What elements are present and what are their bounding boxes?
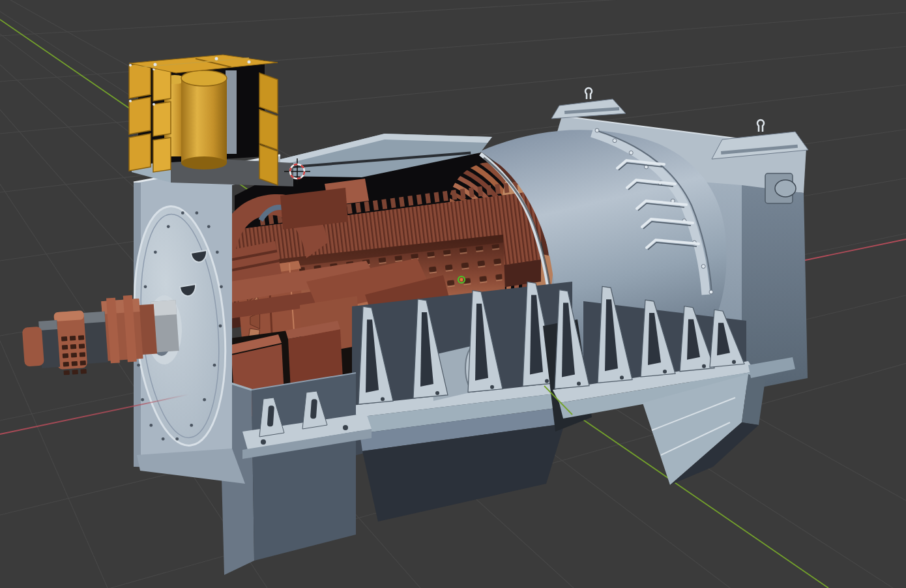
terminal-panel [153, 102, 171, 136]
disc-bolt [175, 437, 179, 441]
terminal-panel [259, 110, 278, 150]
vent-slot [72, 361, 78, 366]
disc-bolt [162, 437, 165, 441]
disc-bolt [141, 398, 144, 402]
vent-slot [80, 360, 86, 366]
side-port[interactable] [765, 173, 796, 203]
disc-bolt [203, 398, 206, 402]
vent-slot [78, 335, 84, 340]
gusset-bolt [381, 397, 385, 401]
vent-slot [72, 370, 78, 375]
vent-slot [80, 352, 85, 357]
disc-bolt [181, 211, 184, 214]
disc-bolt [190, 424, 193, 427]
vent-slot [70, 344, 76, 349]
disc-bolt [207, 225, 211, 228]
disc-bolt [216, 250, 219, 254]
terminal-panel [153, 138, 171, 172]
gusset-bolt [490, 385, 494, 389]
disc-bolt [154, 250, 157, 254]
vent-slot [63, 353, 68, 359]
gusset-bolt [702, 364, 706, 368]
vent-slot [61, 336, 67, 342]
viewport-3d[interactable] [0, 0, 906, 588]
panel-clip [129, 100, 132, 102]
gusset-bolt [545, 379, 549, 383]
gusset-bolt [577, 382, 581, 386]
gusset-bolt [732, 360, 736, 364]
disc-bolt [137, 364, 140, 367]
flange-bolt [613, 139, 617, 143]
vent-slot [64, 370, 70, 375]
flange-bolt [595, 128, 599, 132]
disc-bolt [144, 285, 147, 288]
vent-slot [71, 353, 77, 358]
disc-bolt [220, 285, 223, 288]
disc-bolt [219, 325, 222, 328]
scene-canvas [0, 0, 906, 588]
panel-clip [129, 64, 132, 66]
flange-bolt [629, 151, 633, 154]
vent-slot [62, 345, 68, 350]
disc-bolt [167, 225, 170, 228]
terminal-back-wall [226, 70, 237, 154]
disc-bolt [195, 211, 198, 214]
rear-box-right-face [742, 185, 808, 391]
gusset-bolt [620, 375, 624, 379]
gusset-bolt [435, 391, 439, 395]
panel-clip [153, 103, 155, 106]
vent-slot [79, 344, 85, 349]
gusset-bolt [663, 370, 667, 374]
disc-bolt [213, 364, 216, 367]
flange-bolt [701, 265, 705, 269]
terminal-panel [259, 73, 278, 113]
flange-bolt [709, 290, 713, 294]
terminal-panel [129, 97, 151, 134]
terminal-panel [129, 134, 151, 171]
disc-bolt [149, 424, 153, 427]
vent-slot [70, 336, 76, 341]
terminal-panel [259, 145, 278, 185]
vent-slot [63, 362, 69, 367]
insulator-cylinders [164, 70, 227, 169]
vent-slot [80, 369, 86, 374]
